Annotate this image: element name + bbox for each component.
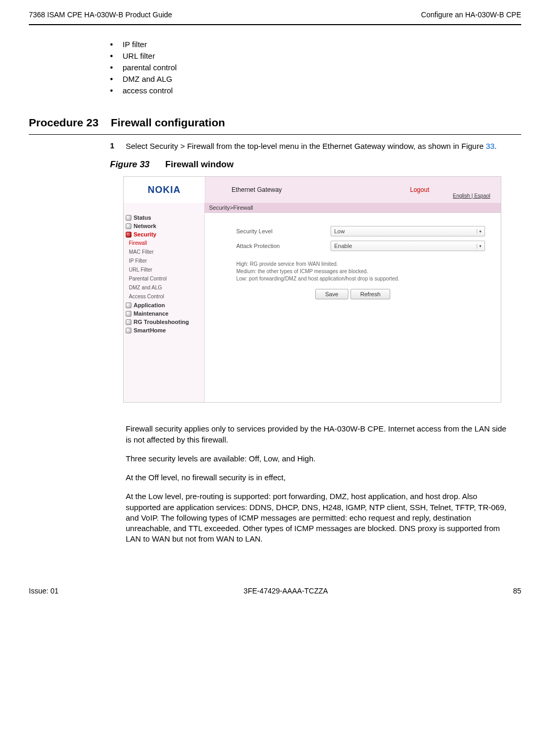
sidebar: Status Network Security Firewall MAC Fil…	[124, 203, 205, 402]
figure-title: Figure 33Firewall window	[110, 159, 521, 170]
step-text: Select Security > Firewall from the top-…	[126, 141, 521, 152]
sidebar-item-troubleshoot[interactable]: RG Troubleshooting	[124, 318, 204, 326]
bullet-dot: •	[110, 51, 123, 61]
step-text-before: Select Security > Firewall from the top-…	[126, 142, 486, 150]
sidebar-label: SmartHome	[134, 327, 166, 333]
security-level-label: Security Level	[236, 228, 331, 234]
language-links[interactable]: English | Espaol	[453, 193, 490, 199]
bullet-dot: •	[110, 63, 123, 72]
sidebar-label: Security	[134, 231, 156, 237]
save-button[interactable]: Save	[315, 289, 348, 299]
step-text-after: .	[494, 142, 497, 150]
nokia-logo: NOKIA	[148, 185, 181, 196]
sidebar-label: Maintenance	[134, 310, 169, 317]
breadcrumb: Security>Firewall	[205, 203, 501, 213]
sidebar-label: Network	[134, 223, 156, 229]
procedure-title: Firewall configuration	[111, 116, 225, 128]
help-line: Medium: the other types of ICMP messages…	[236, 268, 501, 275]
footer-right: 85	[513, 587, 521, 595]
sidebar-label: Application	[134, 302, 165, 308]
expand-icon	[126, 215, 131, 221]
step-row: 1 Select Security > Firewall from the to…	[29, 141, 521, 152]
bullet-item: access control	[123, 86, 173, 95]
sidebar-label: Status	[134, 214, 151, 221]
bullet-dot: •	[110, 86, 123, 95]
bullet-list: •IP filter •URL filter •parental control…	[110, 40, 521, 95]
paragraph: Three security levels are available: Off…	[126, 453, 511, 464]
help-text: High: RG provide service from WAN limite…	[205, 261, 501, 283]
expand-icon	[126, 319, 131, 325]
chevron-down-icon: ▾	[477, 229, 483, 234]
paragraph: At the Low level, pre-routing is support…	[126, 491, 511, 544]
header-right: Configure an HA-030W-B CPE	[421, 10, 521, 19]
sidebar-sub-firewall[interactable]: Firewall	[124, 239, 204, 247]
procedure-heading: Procedure 23 Firewall configuration	[29, 116, 521, 129]
sidebar-label: RG Troubleshooting	[134, 319, 189, 325]
bullet-item: DMZ and ALG	[123, 74, 172, 83]
select-value: Low	[334, 228, 345, 234]
collapse-icon	[126, 232, 131, 237]
expand-icon	[126, 303, 131, 308]
bullet-item: parental control	[123, 63, 177, 72]
page-header: 7368 ISAM CPE HA-030W-B Product Guide Co…	[29, 10, 521, 24]
figure-link[interactable]: 33	[486, 142, 494, 150]
sidebar-sub-access[interactable]: Access Control	[124, 292, 204, 301]
page-footer: Issue: 01 3FE-47429-AAAA-TCZZA 85	[29, 587, 521, 595]
security-level-select[interactable]: Low ▾	[331, 226, 485, 236]
screenshot-main: Security>Firewall Security Level Low ▾ A…	[205, 203, 501, 402]
paragraph: At the Off level, no firewall security i…	[126, 472, 511, 483]
logo-cell: NOKIA	[124, 177, 205, 203]
header-left: 7368 ISAM CPE HA-030W-B Product Guide	[29, 10, 172, 19]
gateway-title: Ethernet Gateway	[232, 186, 410, 193]
select-value: Enable	[334, 243, 352, 249]
chevron-down-icon: ▾	[477, 244, 483, 249]
procedure-rule	[29, 134, 521, 135]
sidebar-item-security[interactable]: Security	[124, 230, 204, 239]
step-number: 1	[110, 141, 126, 152]
refresh-button[interactable]: Refresh	[350, 289, 391, 299]
attack-protection-select[interactable]: Enable ▾	[331, 241, 485, 251]
sidebar-sub-parental[interactable]: Parental Control	[124, 274, 204, 283]
sidebar-sub-urlfilter[interactable]: URL Filter	[124, 265, 204, 274]
logout-link[interactable]: Logout	[410, 186, 430, 193]
sidebar-item-smarthome[interactable]: SmartHome	[124, 326, 204, 334]
sidebar-sub-ipfilter[interactable]: IP Filter	[124, 256, 204, 265]
bullet-dot: •	[110, 40, 123, 49]
sidebar-sub-macfilter[interactable]: MAC Filter	[124, 247, 204, 256]
procedure-label: Procedure 23	[29, 116, 98, 128]
footer-left: Issue: 01	[29, 587, 59, 595]
figure-label: Figure 33	[110, 159, 150, 169]
bullet-item: URL filter	[123, 51, 155, 60]
expand-icon	[126, 223, 131, 229]
sidebar-sub-dmzalg[interactable]: DMZ and ALG	[124, 283, 204, 292]
sidebar-item-maintenance[interactable]: Maintenance	[124, 309, 204, 318]
sidebar-item-network[interactable]: Network	[124, 222, 204, 230]
screenshot-header: NOKIA Ethernet Gateway Logout English | …	[124, 177, 501, 203]
help-line: High: RG provide service from WAN limite…	[236, 261, 501, 268]
figure-name: Firewall window	[166, 159, 234, 169]
expand-icon	[126, 328, 131, 333]
bullet-item: IP filter	[123, 40, 147, 49]
attack-protection-label: Attack Protection	[236, 243, 331, 249]
bullet-dot: •	[110, 74, 123, 84]
firewall-screenshot: NOKIA Ethernet Gateway Logout English | …	[123, 176, 501, 403]
footer-center: 3FE-47429-AAAA-TCZZA	[244, 587, 328, 595]
paragraph: Firewall security applies only to servic…	[126, 424, 511, 445]
help-line: Low: port forwarding/DMZ and host applic…	[236, 275, 501, 283]
header-rule	[29, 24, 521, 25]
sidebar-item-application[interactable]: Application	[124, 301, 204, 309]
sidebar-item-status[interactable]: Status	[124, 213, 204, 222]
expand-icon	[126, 311, 131, 317]
